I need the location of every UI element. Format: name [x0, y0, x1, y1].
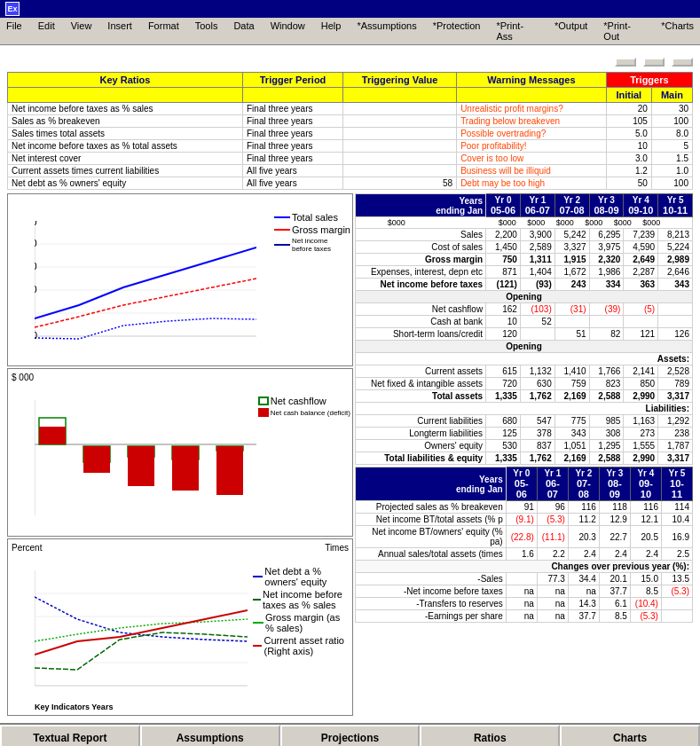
r2-cell-0-3: 118 — [599, 501, 630, 514]
dashboard-help-btn[interactable] — [615, 58, 636, 67]
tab-btn-textual-report[interactable]: Textual Report — [0, 725, 140, 746]
cell-3-1-2: 1,410 — [554, 365, 589, 378]
cell-1-1-3: 334 — [589, 279, 624, 291]
r2-cell-8-3: 8.5 — [599, 610, 630, 623]
section-header-2: Opening — [356, 291, 693, 303]
menu-item-data[interactable]: Data — [231, 20, 256, 43]
menu-item-print-out[interactable]: *Print-Out — [601, 20, 648, 43]
r2-cell-0-5: 114 — [661, 501, 692, 514]
units-row: $000 $000 $000 $000 $000 $000 $000 — [356, 217, 693, 229]
r2-cell-0-2: 116 — [568, 501, 599, 514]
menu-item-format[interactable]: Format — [146, 20, 182, 43]
ratio-name-2: Sales times total assets — [8, 128, 243, 140]
ratio-name-0: Net income before taxes as % sales — [8, 103, 243, 115]
cell-0-2-0: 750 — [486, 254, 521, 266]
cell-3-6-4: 273 — [624, 428, 658, 440]
print-dashboard-btn[interactable] — [672, 58, 693, 67]
menu-item-protection[interactable]: *Protection — [430, 20, 484, 43]
cell-3-6-1: 378 — [520, 428, 554, 440]
r2-cell-1-5: 10.4 — [661, 514, 692, 526]
menu-item-insert[interactable]: Insert — [105, 20, 135, 43]
cashflow-y-label: $ 000 — [12, 373, 349, 382]
cell-2-1-3 — [589, 316, 624, 328]
ratio-name-1: Sales as % breakeven — [8, 115, 243, 128]
ratio-warning-5: Business will be illiquid — [457, 165, 607, 177]
r2-section-4: Changes over previous year (%): — [356, 561, 693, 573]
ratios2-years-header: Yearsending Jan — [356, 467, 507, 501]
col-trigger-period-sub — [242, 88, 342, 103]
tab-btn-projections[interactable]: Projections — [280, 725, 421, 746]
r2-cell-8-0: na — [506, 610, 537, 623]
cell-3-7-1: 837 — [520, 440, 554, 452]
ratio-initial-5: 1.2 — [606, 165, 651, 177]
r2-cell-7-1: na — [537, 598, 568, 610]
more-ratios-btn[interactable] — [643, 58, 665, 67]
col-triggers: Triggers — [606, 73, 692, 88]
key-ratios-table: Key Ratios Trigger Period Triggering Val… — [7, 72, 693, 190]
cell-0-2-1: 1,311 — [520, 254, 554, 266]
cell-3-1-5: 2,528 — [658, 365, 693, 378]
r2-cell-2-1: (11.1) — [537, 526, 568, 548]
cell-0-1-5: 5,224 — [658, 241, 693, 254]
ratio-value-0 — [343, 103, 457, 115]
cell-3-6-5: 238 — [658, 428, 693, 440]
r2-cell-3-1: 2.2 — [537, 548, 568, 561]
r2-cell-7-0: na — [506, 598, 537, 610]
svg-text:8,000: 8,000 — [35, 221, 37, 227]
ratio-name-6: Net debt as % owners' equity — [8, 177, 243, 190]
menu-item-tools[interactable]: Tools — [193, 20, 221, 43]
cell-1-1-5: 343 — [658, 279, 693, 291]
cell-0-1-2: 3,327 — [554, 241, 589, 254]
r2-col-yr0: Yr 005-06 — [506, 467, 537, 501]
ki-legend: Net debt a % owners' equity Net income b… — [253, 566, 350, 656]
key-indicators-years-label: Key Indicators Years — [35, 703, 113, 711]
ratio-warning-2: Possible overtrading? — [457, 128, 607, 140]
col-yr3: Yr 308-09 — [589, 194, 624, 217]
row-label-2-1: Cash at bank — [356, 316, 486, 328]
cell-3-8-1: 1,762 — [520, 452, 554, 465]
main-content: Key Ratios Trigger Period Triggering Val… — [0, 45, 700, 723]
r2-cell-2-4: 20.5 — [630, 526, 661, 548]
cell-3-7-5: 1,787 — [658, 440, 693, 452]
menu-item-file[interactable]: File — [4, 20, 25, 43]
cell-3-5-2: 775 — [554, 415, 589, 428]
tab-btn-ratios[interactable]: Ratios — [420, 725, 560, 746]
tab-btn-charts[interactable]: Charts — [560, 725, 700, 746]
menu-item-edit[interactable]: Edit — [35, 20, 58, 43]
row-label-3-2: Net fixed & intangible assets — [356, 378, 486, 390]
col-trigger-period: Trigger Period — [242, 73, 342, 88]
app-icon: Ex — [5, 2, 20, 16]
r2-label-2: Net income BT/owners' equity (% pa) — [356, 526, 507, 548]
r2-cell-7-2: 14.3 — [568, 598, 599, 610]
r2-cell-3-4: 2.4 — [630, 548, 661, 561]
col-triggering-value-sub — [343, 88, 457, 103]
menu-item-window[interactable]: Window — [268, 20, 308, 43]
menu-item-help[interactable]: Help — [319, 20, 344, 43]
cell-3-6-2: 343 — [554, 428, 589, 440]
cell-3-6-3: 308 — [589, 428, 624, 440]
ratios-data-table: Yearsending Jan Yr 005-06 Yr 106-07 Yr 2… — [355, 467, 693, 623]
cell-1-1-0: (121) — [486, 279, 521, 291]
menu-item-charts[interactable]: *Charts — [658, 20, 696, 43]
cell-1-0-0: 871 — [486, 266, 521, 279]
menu-item-assumptions[interactable]: *Assumptions — [354, 20, 419, 43]
r2-col-yr3: Yr 308-09 — [599, 467, 630, 501]
col-warning-messages: Warning Messages — [457, 73, 607, 88]
years-header: Yearsending Jan — [356, 194, 486, 217]
tab-btn-assumptions[interactable]: Assumptions — [140, 725, 280, 746]
menu-item-output[interactable]: *Output — [552, 20, 590, 43]
menu-item-view[interactable]: View — [68, 20, 95, 43]
subsection-3-0: Assets: — [356, 353, 693, 365]
sales-legend: Total sales Gross margin Net incomebefor… — [274, 212, 350, 253]
r2-cell-1-4: 12.1 — [630, 514, 661, 526]
r2-cell-3-3: 2.4 — [599, 548, 630, 561]
menu-bar: FileEditViewInsertFormatToolsDataWindowH… — [0, 18, 700, 45]
menu-item-print-ass[interactable]: *Print-Ass — [493, 20, 541, 43]
cell-3-5-3: 985 — [589, 415, 624, 428]
cell-2-2-5: 126 — [658, 328, 693, 341]
row-label-3-7: Owners' equity — [356, 440, 486, 452]
svg-text:4,000: 4,000 — [35, 261, 37, 271]
cell-3-1-3: 1,766 — [589, 365, 624, 378]
cell-3-8-3: 2,588 — [589, 452, 624, 465]
cell-3-8-2: 2,169 — [554, 452, 589, 465]
